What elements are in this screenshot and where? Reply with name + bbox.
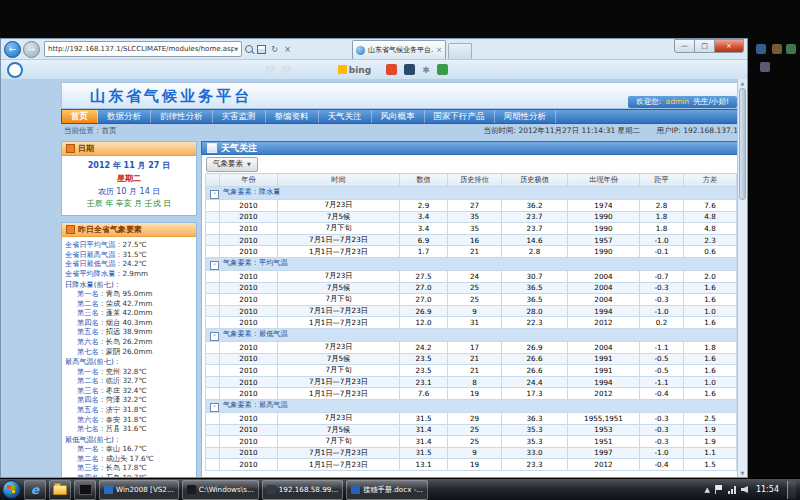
desktop-shortcut-icon-2[interactable] bbox=[772, 44, 782, 54]
table-row[interactable]: 20107月下旬31.42535.31951-0.31.9 bbox=[206, 436, 737, 448]
compatibility-button[interactable] bbox=[255, 42, 268, 56]
tab-close-icon[interactable]: × bbox=[436, 46, 442, 54]
table-section-row[interactable]: -气象要素：最高气温 bbox=[206, 399, 737, 412]
table-row[interactable]: 20107月下旬27.02536.52004-0.31.6 bbox=[206, 294, 737, 306]
app-icon-green[interactable] bbox=[437, 64, 448, 75]
nav-item-8[interactable]: 周期性分析 bbox=[495, 110, 557, 123]
table-row[interactable]: 20101月1日—7月23日7.61917.32012-0.41.6 bbox=[206, 388, 737, 400]
start-button[interactable] bbox=[2, 480, 21, 499]
table-row[interactable]: 20107月5候27.02536.52004-0.31.6 bbox=[206, 282, 737, 294]
speaker-icon[interactable] bbox=[741, 486, 748, 493]
table-row[interactable]: 20107月1日—7月23日31.5933.01997-1.01.1 bbox=[206, 447, 737, 459]
table-row[interactable]: 20107月1日—7月23日26.9928.01994-1.01.0 bbox=[206, 305, 737, 317]
rank-label: 第五名： bbox=[77, 405, 106, 414]
action-center-flag-icon[interactable] bbox=[715, 485, 723, 494]
scroll-down-icon[interactable]: ▼ bbox=[738, 470, 747, 476]
rank-value: 临沂 32.7℃ bbox=[106, 376, 147, 385]
minimize-button[interactable]: — bbox=[674, 39, 695, 53]
cell-6: 1.8 bbox=[640, 211, 684, 223]
refresh-button[interactable]: ↻ bbox=[268, 42, 281, 56]
table-row[interactable]: 20107月23日24.21726.92004-1.11.8 bbox=[206, 341, 737, 353]
table-row[interactable]: 20101月1日—7月23日1.7212.81990-0.10.6 bbox=[206, 246, 737, 258]
collapse-icon[interactable]: - bbox=[210, 332, 219, 341]
page-scrollbar[interactable]: ▲ ▼ bbox=[737, 79, 747, 477]
taskbar-button-2[interactable]: 192.168.58.99... bbox=[262, 480, 343, 500]
cell-3: 25 bbox=[448, 282, 502, 294]
tray-up-icon[interactable]: ▲ bbox=[705, 486, 710, 494]
stop-button[interactable]: × bbox=[281, 42, 294, 56]
taskbar-button-3[interactable]: 接穗手册.docx -... bbox=[346, 480, 428, 500]
desktop-shortcut-icon-4[interactable] bbox=[760, 62, 770, 72]
cell-2: 31.5 bbox=[400, 447, 448, 459]
table-row[interactable]: 20107月5候31.42535.31953-0.31.9 bbox=[206, 424, 737, 436]
status-right: 当前时间: 2012年11月27日 11:14:31 星期二 用户IP: 192… bbox=[470, 126, 738, 138]
url-text[interactable]: http://192.168.137.1/SLCCLIMATE/modules/… bbox=[48, 45, 234, 53]
taskbar-explorer-button[interactable] bbox=[49, 480, 71, 500]
scroll-up-icon[interactable]: ▲ bbox=[738, 80, 747, 86]
network-icon[interactable] bbox=[728, 486, 736, 494]
cell-1: 1月1日—7月23日 bbox=[278, 317, 400, 329]
cell-4: 28.0 bbox=[502, 305, 568, 317]
table-section-row[interactable]: -气象要素：平均气温 bbox=[206, 257, 737, 270]
table-row[interactable]: 20107月23日2.92736.219742.87.6 bbox=[206, 200, 737, 212]
cell-0: 2010 bbox=[220, 234, 278, 246]
table-row[interactable]: 20107月23日27.52430.72004-0.72.0 bbox=[206, 270, 737, 282]
cell-7: 1.9 bbox=[684, 424, 737, 436]
nav-item-6[interactable]: 风向概率 bbox=[372, 110, 425, 123]
close-button[interactable]: × bbox=[715, 39, 744, 53]
tab-title: 山东省气候业务平台... bbox=[368, 45, 433, 55]
address-dropdown-icon[interactable]: ▼ bbox=[234, 46, 238, 52]
forward-button[interactable]: → bbox=[23, 41, 40, 58]
app-icon-dark[interactable] bbox=[404, 64, 415, 75]
bing-shortcut[interactable]: bing bbox=[338, 65, 371, 75]
table-row[interactable]: 20107月5候3.43523.719901.84.8 bbox=[206, 211, 737, 223]
table-section-row[interactable]: -气象要素：最低气温 bbox=[206, 328, 737, 341]
cell-3: 27 bbox=[448, 200, 502, 212]
nav-item-1[interactable]: 数据分析 bbox=[98, 110, 151, 123]
nav-item-2[interactable]: 韵律性分析 bbox=[151, 110, 213, 123]
browser-tab-active[interactable]: 山东省气候业务平台... × bbox=[352, 40, 446, 59]
table-row[interactable]: 20107月1日—7月23日23.1824.41994-1.11.0 bbox=[206, 376, 737, 388]
maximize-button[interactable]: □ bbox=[695, 39, 715, 53]
collapse-icon[interactable]: - bbox=[210, 403, 219, 412]
taskbar-button-0[interactable]: Win2008 [VS2... bbox=[99, 480, 179, 500]
rank-value: 菏泽 32.2℃ bbox=[106, 395, 147, 404]
nav-item-7[interactable]: 国家下行产品 bbox=[425, 110, 495, 123]
table-row[interactable]: 20107月23日31.52936.31955,1951-0.32.5 bbox=[206, 412, 737, 424]
desktop-shortcut-icon-3[interactable] bbox=[786, 44, 796, 54]
new-tab-button[interactable] bbox=[448, 43, 472, 59]
cell-2: 3.4 bbox=[400, 223, 448, 235]
scrollbar-thumb[interactable] bbox=[739, 88, 746, 200]
cell-7: 2.0 bbox=[684, 270, 737, 282]
table-row[interactable]: 20101月1日—7月23日13.11923.32012-0.41.5 bbox=[206, 459, 737, 471]
search-button[interactable] bbox=[242, 42, 255, 56]
table-row[interactable]: 20101月1日—7月23日12.03122.320120.21.6 bbox=[206, 317, 737, 329]
back-button[interactable]: ← bbox=[4, 41, 21, 58]
gear-icon[interactable]: ✱ bbox=[422, 65, 430, 75]
cell-2: 23.1 bbox=[400, 376, 448, 388]
toolbar-logo-icon[interactable] bbox=[7, 62, 23, 78]
table-row[interactable]: 20107月1日—7月23日6.91614.61957-1.02.3 bbox=[206, 234, 737, 246]
desktop-shortcut-icon-1[interactable] bbox=[756, 44, 766, 54]
cell-5: 1997 bbox=[568, 447, 640, 459]
taskbar-ie-button[interactable]: e bbox=[24, 480, 46, 500]
show-desktop-button[interactable] bbox=[787, 481, 796, 499]
table-row[interactable]: 20107月下旬23.52126.61991-0.51.6 bbox=[206, 365, 737, 377]
nav-item-4[interactable]: 整编资料 bbox=[266, 110, 319, 123]
address-bar[interactable]: http://192.168.137.1/SLCCLIMATE/modules/… bbox=[44, 41, 242, 57]
taskbar-terminal-button[interactable] bbox=[74, 480, 96, 500]
app-icon-red[interactable] bbox=[386, 64, 397, 75]
taskbar-clock[interactable]: 11:54 bbox=[756, 485, 779, 494]
collapse-icon[interactable]: - bbox=[210, 261, 219, 270]
table-section-row[interactable]: -气象要素：降水量 bbox=[206, 187, 737, 200]
nav-item-0[interactable]: 首页 bbox=[62, 110, 98, 123]
nav-item-3[interactable]: 灾害监测 bbox=[213, 110, 266, 123]
table-row[interactable]: 20107月5候23.52126.61991-0.51.6 bbox=[206, 353, 737, 365]
nav-item-5[interactable]: 天气关注 bbox=[319, 110, 372, 123]
mail-icon[interactable]: ✉ bbox=[266, 64, 274, 75]
mail-icon-2[interactable]: ✉ bbox=[282, 64, 290, 75]
table-row[interactable]: 20107月下旬3.43523.719901.84.8 bbox=[206, 223, 737, 235]
taskbar-button-1[interactable]: C:\Windows\s... bbox=[182, 480, 259, 500]
element-filter-button[interactable]: 气象要素 ▼ bbox=[206, 157, 258, 172]
collapse-icon[interactable]: - bbox=[210, 190, 219, 199]
